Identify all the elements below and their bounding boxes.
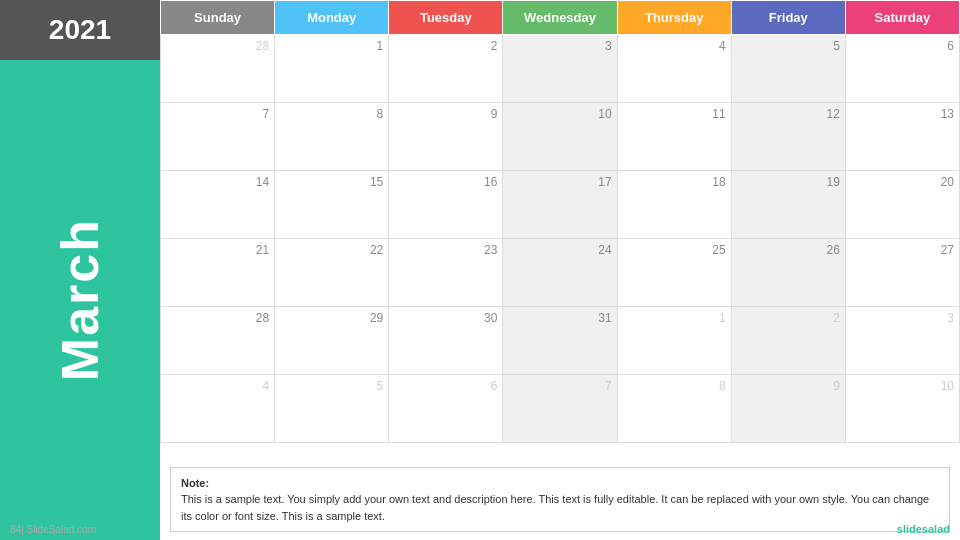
sidebar-top: 2021 (0, 0, 160, 60)
calendar-cell: 22 (275, 239, 389, 307)
calendar-cell: 28 (161, 307, 275, 375)
calendar-cell: 12 (731, 103, 845, 171)
day-number: 28 (166, 311, 269, 325)
calendar-cell: 31 (503, 307, 617, 375)
day-number: 3 (508, 39, 611, 53)
day-number: 16 (394, 175, 497, 189)
header-saturday: Saturday (845, 1, 959, 35)
calendar-cell: 16 (389, 171, 503, 239)
day-number: 25 (623, 243, 726, 257)
calendar-cell: 20 (845, 171, 959, 239)
calendar-table: Sunday Monday Tuesday Wednesday Thursday… (160, 0, 960, 443)
main-content: Sunday Monday Tuesday Wednesday Thursday… (160, 0, 960, 540)
calendar-cell: 19 (731, 171, 845, 239)
header-friday: Friday (731, 1, 845, 35)
calendar-cell: 11 (617, 103, 731, 171)
sidebar-main: March (0, 60, 160, 540)
calendar-cell: 15 (275, 171, 389, 239)
day-number: 9 (394, 107, 497, 121)
day-number: 5 (280, 379, 383, 393)
day-number: 15 (280, 175, 383, 189)
calendar-cell: 17 (503, 171, 617, 239)
day-number: 1 (280, 39, 383, 53)
footer-page: 84| SlideSalad.com (10, 524, 96, 535)
header-tuesday: Tuesday (389, 1, 503, 35)
day-number: 5 (737, 39, 840, 53)
day-number: 6 (394, 379, 497, 393)
header-sunday: Sunday (161, 1, 275, 35)
header-thursday: Thursday (617, 1, 731, 35)
day-number: 29 (280, 311, 383, 325)
day-number: 2 (737, 311, 840, 325)
day-number: 30 (394, 311, 497, 325)
day-number: 8 (623, 379, 726, 393)
day-number: 4 (623, 39, 726, 53)
calendar-cell: 6 (389, 375, 503, 443)
calendar-cell: 2 (731, 307, 845, 375)
day-number: 22 (280, 243, 383, 257)
day-number: 6 (851, 39, 954, 53)
calendar-cell: 3 (503, 35, 617, 103)
header-monday: Monday (275, 1, 389, 35)
calendar-cell: 7 (161, 103, 275, 171)
calendar-cell: 4 (161, 375, 275, 443)
day-number: 3 (851, 311, 954, 325)
calendar-cell: 8 (617, 375, 731, 443)
calendar-cell: 4 (617, 35, 731, 103)
day-number: 21 (166, 243, 269, 257)
header-wednesday: Wednesday (503, 1, 617, 35)
calendar-container: Sunday Monday Tuesday Wednesday Thursday… (160, 0, 960, 461)
calendar-cell: 24 (503, 239, 617, 307)
day-number: 11 (623, 107, 726, 121)
day-number: 12 (737, 107, 840, 121)
calendar-cell: 2 (389, 35, 503, 103)
calendar-row: 21222324252627 (161, 239, 960, 307)
calendar-cell: 14 (161, 171, 275, 239)
day-number: 10 (851, 379, 954, 393)
calendar-cell: 6 (845, 35, 959, 103)
calendar-cell: 30 (389, 307, 503, 375)
day-number: 27 (851, 243, 954, 257)
day-number: 20 (851, 175, 954, 189)
day-number: 13 (851, 107, 954, 121)
calendar-cell: 8 (275, 103, 389, 171)
calendar-row: 78910111213 (161, 103, 960, 171)
calendar-row: 14151617181920 (161, 171, 960, 239)
calendar-cell: 10 (845, 375, 959, 443)
day-number: 28 (166, 39, 269, 53)
day-number: 24 (508, 243, 611, 257)
day-number: 8 (280, 107, 383, 121)
day-number: 10 (508, 107, 611, 121)
calendar-cell: 5 (731, 35, 845, 103)
month-label: March (50, 218, 110, 381)
calendar-cell: 28 (161, 35, 275, 103)
day-number: 18 (623, 175, 726, 189)
day-number: 19 (737, 175, 840, 189)
calendar-cell: 1 (617, 307, 731, 375)
calendar-cell: 1 (275, 35, 389, 103)
footer: 84| SlideSalad.com slidesalad (0, 518, 960, 540)
calendar-header-row: Sunday Monday Tuesday Wednesday Thursday… (161, 1, 960, 35)
calendar-cell: 13 (845, 103, 959, 171)
day-number: 4 (166, 379, 269, 393)
calendar-cell: 18 (617, 171, 731, 239)
calendar-cell: 9 (389, 103, 503, 171)
calendar-cell: 10 (503, 103, 617, 171)
note-label: Note: (181, 477, 209, 489)
calendar-cell: 27 (845, 239, 959, 307)
year-label: 2021 (49, 14, 111, 46)
day-number: 31 (508, 311, 611, 325)
day-number: 2 (394, 39, 497, 53)
day-number: 17 (508, 175, 611, 189)
calendar-cell: 29 (275, 307, 389, 375)
calendar-cell: 21 (161, 239, 275, 307)
day-number: 9 (737, 379, 840, 393)
calendar-cell: 26 (731, 239, 845, 307)
calendar-row: 28293031123 (161, 307, 960, 375)
day-number: 26 (737, 243, 840, 257)
day-number: 7 (166, 107, 269, 121)
day-number: 7 (508, 379, 611, 393)
calendar-cell: 9 (731, 375, 845, 443)
calendar-row: 45678910 (161, 375, 960, 443)
calendar-cell: 23 (389, 239, 503, 307)
